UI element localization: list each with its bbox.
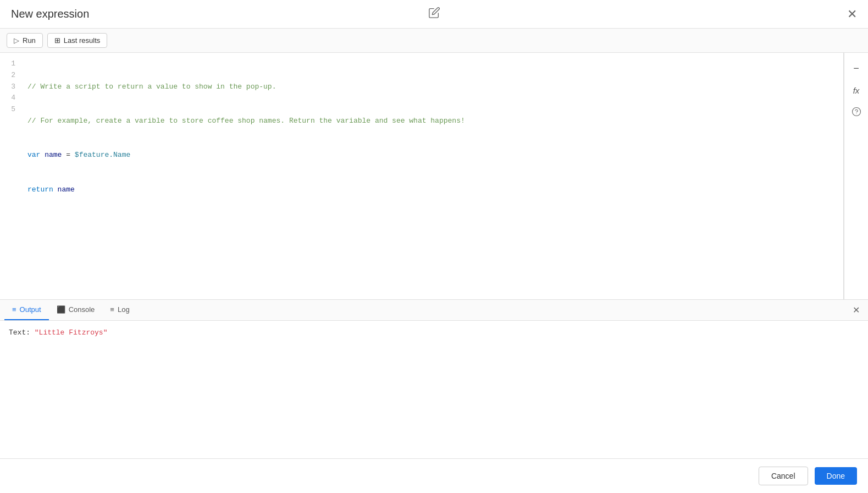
tab-log[interactable]: ≡ Log: [102, 300, 137, 320]
run-label: Run: [23, 36, 36, 45]
console-tab-label: Console: [69, 305, 95, 314]
code-line-5: [27, 218, 838, 230]
minus-button[interactable]: −: [847, 58, 866, 78]
code-line-2: // For example, create a varible to stor…: [27, 116, 838, 127]
last-results-button[interactable]: ⊞ Last results: [47, 33, 107, 48]
fx-icon: fx: [853, 86, 860, 95]
log-tab-icon: ≡: [110, 305, 114, 314]
svg-point-0: [852, 107, 860, 116]
last-results-label: Last results: [64, 36, 100, 45]
output-panel: ≡ Output ⬛ Console ≡ Log ✕ Text: "Little…: [0, 299, 868, 458]
output-text-value: "Little Fitzroys": [35, 328, 108, 337]
output-tab-icon: ≡: [12, 305, 16, 314]
edit-icon[interactable]: [428, 7, 440, 21]
output-close-button[interactable]: ✕: [849, 304, 863, 317]
editor-area: 1 2 3 4 5 // Write a script to return a …: [0, 53, 868, 299]
help-icon: [852, 107, 861, 118]
close-icon[interactable]: ✕: [847, 8, 857, 20]
toolbar: ▷ Run ⊞ Last results: [0, 29, 868, 53]
code-lines[interactable]: // Write a script to return a value to s…: [22, 58, 843, 294]
help-button[interactable]: [847, 102, 866, 122]
code-line-4: return name: [27, 184, 838, 196]
tab-console[interactable]: ⬛ Console: [49, 300, 103, 320]
done-button[interactable]: Done: [815, 467, 857, 485]
output-text-label: Text:: [9, 328, 35, 337]
new-expression-dialog: New expression ✕ ▷ Run ⊞ Last results 1 …: [0, 0, 868, 493]
output-tabs: ≡ Output ⬛ Console ≡ Log ✕: [0, 300, 868, 321]
run-button[interactable]: ▷ Run: [7, 33, 43, 48]
code-line-3: var name = $feature.Name: [27, 150, 838, 161]
output-content: Text: "Little Fitzroys": [0, 321, 868, 458]
dialog-header: New expression ✕: [0, 0, 868, 29]
tab-output[interactable]: ≡ Output: [4, 300, 49, 320]
log-tab-label: Log: [118, 305, 130, 314]
code-line-1: // Write a script to return a value to s…: [27, 81, 838, 93]
dialog-title: New expression: [11, 8, 89, 20]
run-icon: ▷: [14, 36, 19, 45]
fx-button[interactable]: fx: [847, 80, 866, 100]
last-results-icon: ⊞: [54, 36, 60, 45]
code-editor: 1 2 3 4 5 // Write a script to return a …: [0, 53, 844, 299]
code-content: 1 2 3 4 5 // Write a script to return a …: [0, 53, 843, 299]
cancel-button[interactable]: Cancel: [759, 467, 808, 485]
sidebar-tools: − fx: [844, 53, 868, 299]
dialog-footer: Cancel Done: [0, 458, 868, 493]
console-tab-icon: ⬛: [57, 305, 65, 314]
line-numbers: 1 2 3 4 5: [0, 58, 22, 294]
output-tab-label: Output: [20, 305, 41, 314]
